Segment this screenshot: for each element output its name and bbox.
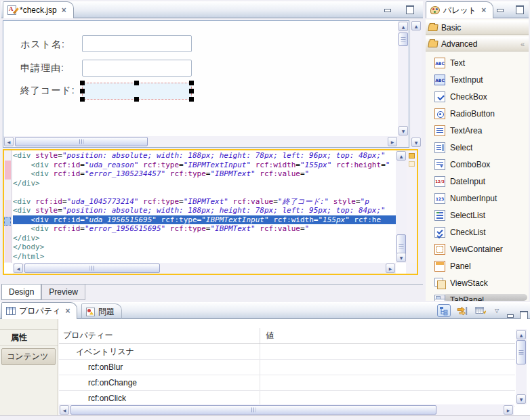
- selection-handle-bl[interactable]: [80, 97, 85, 102]
- property-value[interactable]: [260, 375, 515, 390]
- table-settings-icon[interactable]: [474, 304, 487, 317]
- selection-handle-tc[interactable]: [134, 81, 139, 85]
- column-header-property[interactable]: プロパティー: [59, 330, 260, 341]
- scrollbar-thumb[interactable]: [516, 340, 526, 364]
- close-icon[interactable]: ×: [481, 6, 486, 14]
- tab-properties[interactable]: プロパティ ×: [1, 302, 77, 319]
- scroll-left-icon[interactable]: [4, 137, 14, 146]
- palette-item-selectlist[interactable]: SelectList: [426, 207, 529, 224]
- source-line[interactable]: <div style="position: absolute; width: 1…: [13, 151, 396, 161]
- pin-icon[interactable]: [521, 41, 525, 48]
- annotation-marker[interactable]: [409, 153, 415, 159]
- close-icon[interactable]: ×: [65, 307, 70, 315]
- palette-item-numberinput[interactable]: NumberInput: [426, 190, 529, 207]
- overview-ruler[interactable]: [407, 150, 417, 263]
- maximize-icon[interactable]: [405, 5, 413, 13]
- design-field-input-selected[interactable]: [82, 83, 192, 100]
- palette-item-panel[interactable]: Panel: [426, 257, 529, 274]
- scrollbar-thumb[interactable]: [24, 264, 160, 273]
- selection-handle-mr[interactable]: [189, 89, 194, 93]
- palette-drawer-basic[interactable]: Basic: [426, 20, 529, 35]
- scroll-up-icon[interactable]: [399, 22, 408, 31]
- property-row[interactable]: rcf:onChange: [59, 375, 515, 391]
- tab-problems[interactable]: 問題: [81, 303, 122, 319]
- scroll-right-icon[interactable]: [504, 405, 513, 415]
- view-menu-icon[interactable]: [492, 308, 502, 314]
- palette-item-text[interactable]: Text: [426, 54, 529, 71]
- palette-item-textinput[interactable]: TextInput: [426, 71, 529, 88]
- source-line[interactable]: </html>: [13, 252, 396, 261]
- source-line[interactable]: </body>: [13, 243, 396, 252]
- palette-item-viewcontainer[interactable]: ViewContainer: [426, 240, 529, 257]
- selection-handle-ml[interactable]: [80, 89, 85, 93]
- source-line[interactable]: [13, 188, 396, 197]
- selection-handle-br[interactable]: [189, 97, 194, 102]
- palette-item-checkbox[interactable]: CheckBox: [426, 88, 529, 105]
- scrollbar-thumb[interactable]: [399, 33, 408, 46]
- source-line[interactable]: </div>: [13, 179, 396, 188]
- side-tab-attributes[interactable]: 属性: [0, 329, 58, 346]
- source-horizontal-scrollbar[interactable]: [13, 263, 396, 274]
- design-field-input[interactable]: [82, 60, 192, 77]
- property-value[interactable]: [260, 360, 515, 375]
- palette-item-textarea[interactable]: TextArea: [426, 122, 529, 139]
- palette-item-radiobutton[interactable]: RadioButton: [426, 105, 529, 122]
- selection-handle-bc[interactable]: [134, 97, 139, 102]
- maximize-icon[interactable]: [519, 311, 527, 318]
- palette-item-combobox[interactable]: ComboBox: [426, 156, 529, 173]
- palette-tab[interactable]: パレット ×: [426, 1, 493, 18]
- design-horizontal-scrollbar[interactable]: [3, 136, 398, 147]
- scroll-down-icon[interactable]: [399, 126, 408, 135]
- minimize-icon[interactable]: [506, 311, 514, 318]
- column-header-value[interactable]: 値: [260, 328, 515, 343]
- scroll-right-icon[interactable]: [386, 264, 395, 273]
- scrollbar-thumb[interactable]: [15, 137, 148, 146]
- palette-item-checklist[interactable]: CheckList: [426, 224, 529, 240]
- scroll-down-icon[interactable]: [516, 394, 526, 404]
- properties-horizontal-scrollbar[interactable]: [59, 404, 514, 415]
- palette-drawer-advanced[interactable]: Advanced: [426, 37, 529, 51]
- minimize-icon[interactable]: [496, 5, 504, 13]
- source-line[interactable]: <div rcf:id="error_1956515695" rcf:type=…: [13, 224, 396, 234]
- property-value[interactable]: [260, 344, 515, 359]
- palette-item-viewstack[interactable]: ViewStack: [426, 274, 529, 291]
- design-vertical-scrollbar[interactable]: [398, 21, 409, 136]
- source-line[interactable]: <div style="position: absolute; width: 1…: [13, 206, 396, 215]
- source-line[interactable]: <div rcf:id="error_1305234457" rcf:type=…: [13, 169, 396, 179]
- tab-preview[interactable]: Preview: [41, 285, 85, 300]
- property-row[interactable]: イベントリスナ: [59, 344, 515, 360]
- tree-view-icon[interactable]: [437, 304, 451, 317]
- scroll-right-icon[interactable]: [388, 137, 397, 146]
- palette-item-dateinput[interactable]: DateInput: [426, 173, 529, 190]
- scroll-down-icon[interactable]: [396, 253, 406, 262]
- source-vertical-scrollbar[interactable]: [396, 150, 407, 263]
- scroll-down-icon[interactable]: [411, 138, 421, 147]
- selection-handle-tl[interactable]: [80, 81, 85, 85]
- source-line[interactable]: <div rcf:id="uda_reason" rcf:type="IBPMT…: [13, 161, 396, 170]
- scroll-left-icon[interactable]: [14, 264, 23, 273]
- property-value[interactable]: [260, 391, 515, 406]
- scroll-up-icon[interactable]: [411, 21, 421, 30]
- marker-ruler[interactable]: [4, 150, 12, 263]
- selection-handle-tr[interactable]: [189, 81, 194, 85]
- properties-vertical-scrollbar[interactable]: [516, 329, 527, 404]
- scrollbar-thumb[interactable]: [70, 405, 436, 415]
- editor-outer-scrollbar[interactable]: [411, 20, 422, 148]
- maximize-icon[interactable]: [515, 5, 523, 13]
- side-tab-contents[interactable]: コンテンツ: [1, 348, 56, 365]
- sync-with-editor-icon[interactable]: [455, 304, 469, 317]
- design-field-input[interactable]: [82, 35, 192, 52]
- tab-design[interactable]: Design: [1, 285, 41, 300]
- source-code[interactable]: <div style="position: absolute; width: 1…: [13, 151, 396, 263]
- palette-item-select[interactable]: Select: [426, 139, 529, 156]
- property-row[interactable]: rcf:onBlur: [59, 360, 515, 375]
- editor-tab-check-jsp[interactable]: *check.jsp ×: [3, 1, 74, 18]
- scroll-left-icon[interactable]: [60, 405, 69, 415]
- source-line[interactable]: <div rcf:id="uda_1045773214" rcf:type="I…: [13, 197, 396, 207]
- annotation-marker[interactable]: [409, 161, 415, 167]
- scroll-up-icon[interactable]: [396, 151, 406, 161]
- close-icon[interactable]: ×: [62, 6, 66, 14]
- source-line[interactable]: </div>: [13, 234, 396, 243]
- design-canvas[interactable]: ホスト名:申請理由:終了コード:: [3, 21, 398, 136]
- scroll-up-icon[interactable]: [516, 330, 526, 339]
